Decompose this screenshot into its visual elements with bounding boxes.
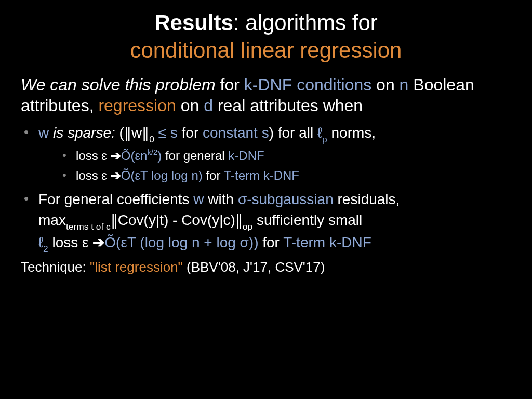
b1a-k2: k/2: [147, 148, 157, 156]
b1-for: for: [178, 125, 203, 141]
b1-p: p: [322, 134, 327, 144]
b1-w: w: [38, 125, 49, 141]
b1a-for: for general: [162, 149, 228, 163]
b2-max: max: [38, 212, 66, 228]
subbullet-tterm-kdnf: loss ε ➔Õ(εT log log n) for T-term k-DNF: [61, 167, 511, 184]
b1-les: ≤ s: [154, 125, 178, 141]
b1b-ot: Õ(: [121, 168, 135, 182]
intro-paragraph: We can solve this problem for k-DNF cond…: [21, 74, 511, 116]
b1-open: (‖w‖: [115, 125, 149, 141]
intro-kdnf: k-DNF conditions: [244, 75, 371, 94]
b2-suff: sufficiently small: [252, 212, 362, 228]
b1-forall: ) for all: [269, 125, 317, 141]
intro-wecan: We can solve this problem: [21, 75, 216, 94]
tech-refs: (BBV'08, J'17, CSV'17): [183, 259, 325, 275]
b2-op: op: [243, 221, 252, 232]
intro-n: n: [400, 75, 409, 94]
title-results: Results: [154, 10, 233, 35]
b1-norms: norms,: [327, 125, 376, 141]
b1a-kdnf: k-DNF: [228, 149, 264, 163]
b2-ot: Õ(: [104, 234, 121, 250]
b2-cov: ‖Cov(y|t) - Cov(y|c)‖: [111, 212, 243, 228]
intro-regression: regression: [98, 96, 176, 115]
b1-zero: 0: [149, 134, 154, 144]
title-line2: conditional linear regression: [130, 38, 402, 62]
b2-loss: loss ε: [48, 234, 93, 250]
technique-line: Technique: "list regression" (BBV'08, J'…: [21, 259, 511, 275]
b2-tterm: T-term k-DNF: [283, 234, 371, 250]
bullet-sparse: w is sparse: (‖w‖0 ≤ s for constant s) f…: [21, 123, 511, 184]
arrow-icon: ➔: [92, 234, 104, 250]
b1a-epsn: εn: [135, 149, 147, 163]
b1a-loss: loss ε: [76, 149, 111, 163]
b2-content: εT (log log n + log σ)): [121, 234, 258, 250]
sub-bullet-list: loss ε ➔Õ(εnk/2) for general k-DNF loss …: [61, 148, 511, 184]
bullet-list: w is sparse: (‖w‖0 ≤ s for constant s) f…: [21, 123, 511, 254]
b1-consts: constant s: [203, 125, 269, 141]
tech-label: Technique:: [21, 259, 90, 275]
title-rest1: : algorithms for: [233, 10, 378, 35]
intro-for: for: [216, 75, 244, 94]
b1b-tterm: T-term k-DNF: [224, 168, 299, 182]
intro-d: d: [204, 96, 213, 115]
b2-maxsub: terms t of c: [66, 221, 111, 232]
b2-two: 2: [43, 244, 48, 254]
intro-on: on: [371, 75, 399, 94]
b2-prefix: For general coefficients: [38, 191, 193, 207]
b1-lp: ℓ: [317, 125, 322, 141]
b1b-for: for: [203, 168, 224, 182]
b2-w: w: [193, 191, 204, 207]
slide-title: Results: algorithms for conditional line…: [21, 9, 511, 64]
b1-sparse: is sparse:: [49, 125, 115, 141]
bullet-general-coeff: For general coefficients w with σ-subgau…: [21, 190, 511, 254]
b2-l2: ℓ: [38, 234, 43, 250]
intro-on2: on: [176, 96, 204, 115]
tech-listreg: "list regression": [90, 259, 183, 275]
arrow-icon: ➔: [111, 149, 121, 163]
subbullet-general-kdnf: loss ε ➔Õ(εnk/2) for general k-DNF: [61, 148, 511, 164]
b1b-content: εT log log n): [135, 168, 202, 182]
b1b-loss: loss ε: [76, 168, 111, 182]
arrow-icon: ➔: [111, 168, 121, 182]
b2-sigmasg: σ-subgaussian: [238, 191, 334, 207]
b1a-ot: Õ(: [121, 149, 135, 163]
b2-resid: residuals,: [334, 191, 400, 207]
b2-with: with: [204, 191, 238, 207]
slide: Results: algorithms for conditional line…: [0, 0, 532, 399]
b2-for: for: [258, 234, 283, 250]
intro-real: real attributes when: [213, 96, 363, 115]
